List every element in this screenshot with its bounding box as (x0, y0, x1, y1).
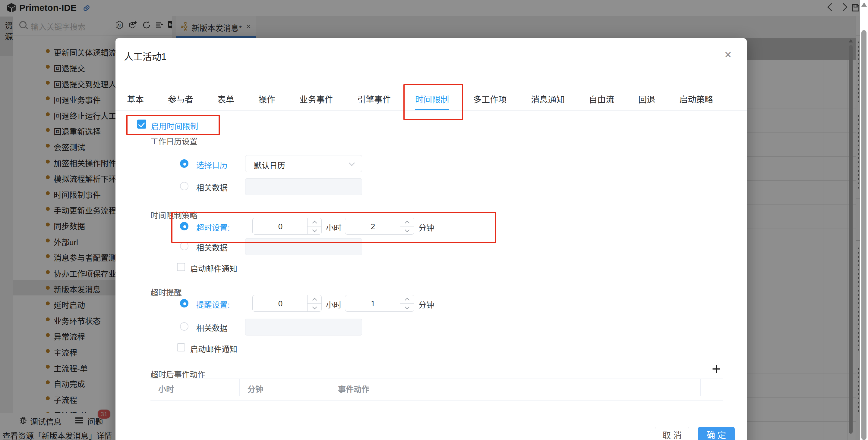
calendar-related-data-radio[interactable] (180, 182, 188, 190)
ok-button[interactable]: 确 定 (698, 427, 735, 440)
add-event-icon[interactable]: + (712, 361, 721, 377)
remind-hours-value[interactable]: 0 (253, 299, 308, 308)
dialog-tab-基本[interactable]: 基本 (127, 90, 144, 110)
select-calendar-radio[interactable] (180, 159, 188, 168)
dialog-tab-回退[interactable]: 回退 (638, 90, 655, 110)
events-table-body (150, 397, 723, 401)
stepper-down-icon[interactable] (308, 303, 321, 311)
dialog-tab-消息通知[interactable]: 消息通知 (531, 90, 565, 110)
stepper-down-icon[interactable] (400, 303, 414, 311)
dialog-title: 人工活动1 (124, 49, 166, 63)
policy-related-data-label[interactable]: 相关数据 (196, 241, 228, 253)
dialog-tab-多工作项[interactable]: 多工作项 (473, 90, 507, 110)
remind-related-data-label[interactable]: 相关数据 (196, 322, 228, 333)
events-column-header (701, 379, 723, 396)
chevron-down-icon (349, 160, 355, 166)
events-table-header: 小时分钟事件动作 (150, 379, 723, 396)
calendar-related-data-input[interactable] (245, 178, 362, 195)
remind-minutes-unit: 分钟 (418, 299, 434, 310)
annotation-box-enable (126, 115, 220, 135)
page-scrollbar-up-icon[interactable] (861, 2, 867, 7)
dialog-close-icon[interactable]: × (724, 48, 732, 61)
remind-related-data-input[interactable] (245, 318, 362, 336)
policy-related-data-radio[interactable] (180, 242, 188, 250)
dialog-tab-业务事件[interactable]: 业务事件 (299, 90, 333, 110)
remind-related-data-radio[interactable] (180, 322, 188, 331)
remind-minutes-stepper[interactable]: 1 (345, 295, 414, 312)
calendar-section-title: 工作日历设置 (150, 135, 197, 146)
dialog-tab-引擎事件[interactable]: 引擎事件 (357, 90, 391, 110)
remind-section-title: 超时提醒 (150, 286, 182, 298)
dialog-tab-操作[interactable]: 操作 (258, 90, 275, 110)
remind-hours-stepper[interactable]: 0 (252, 295, 322, 312)
annotation-box-tab (403, 84, 463, 120)
cancel-button[interactable]: 取 消 (655, 427, 689, 440)
app-root: Primeton-IDE 资源 输入关键字搜索 (0, 0, 868, 440)
page-scrollbar[interactable] (860, 0, 868, 440)
dialog-tab-自由流[interactable]: 自由流 (589, 90, 614, 110)
activity-dialog: 人工活动1 × 基本参与者表单操作业务事件引擎事件时间限制多工作项消息通知自由流… (116, 38, 747, 440)
stepper-up-icon[interactable] (308, 295, 321, 304)
remind-mail-checkbox[interactable] (177, 343, 185, 351)
select-calendar-label[interactable]: 选择日历 (196, 159, 228, 170)
policy-mail-label[interactable]: 启动邮件通知 (190, 263, 237, 274)
remind-setting-label[interactable]: 提醒设置: (196, 299, 230, 310)
dialog-tab-表单[interactable]: 表单 (217, 90, 234, 110)
annotation-box-timeout (171, 212, 496, 243)
policy-mail-checkbox[interactable] (177, 263, 185, 271)
page-scrollbar-thumb[interactable] (861, 30, 867, 440)
stepper-up-icon[interactable] (400, 295, 414, 304)
dialog-tab-启动策略[interactable]: 启动策略 (679, 90, 713, 110)
remind-hours-unit: 小时 (326, 299, 342, 310)
remind-mail-label[interactable]: 启动邮件通知 (190, 343, 237, 354)
events-section-title: 超时后事件动作 (150, 368, 205, 379)
remind-minutes-value[interactable]: 1 (345, 299, 401, 308)
calendar-select[interactable]: 默认日历 (245, 155, 362, 172)
calendar-related-data-label[interactable]: 相关数据 (196, 181, 228, 193)
remind-setting-radio[interactable] (180, 299, 188, 307)
dialog-tab-参与者[interactable]: 参与者 (168, 90, 193, 110)
events-column-header: 分钟 (240, 379, 330, 396)
events-column-header: 事件动作 (330, 379, 701, 396)
calendar-select-value: 默认日历 (254, 159, 285, 170)
events-column-header: 小时 (150, 379, 240, 396)
